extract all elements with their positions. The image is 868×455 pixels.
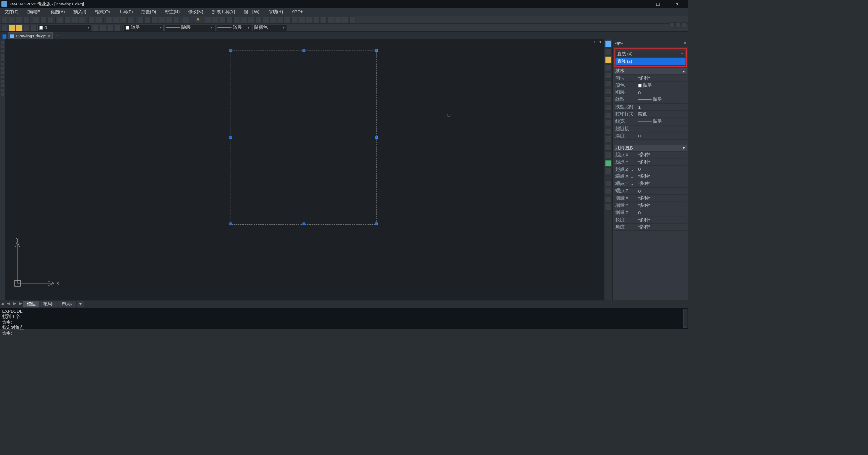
color-combo[interactable]: 随层 ▼ (124, 25, 164, 31)
sun-icon[interactable] (16, 25, 22, 31)
selection-type-option[interactable]: 直线 (4) (615, 58, 685, 65)
prop-start-x[interactable]: 起点 X ...*多种* (614, 151, 687, 158)
rt11-icon[interactable] (605, 120, 611, 126)
props-icon[interactable] (144, 16, 150, 23)
annot13-icon[interactable] (291, 16, 298, 23)
annot17-icon[interactable] (320, 16, 327, 23)
tab-layout2[interactable]: 布局2 (58, 301, 77, 307)
prop-start-z[interactable]: 起点 Z ...0 (614, 166, 687, 173)
lineweight-combo[interactable]: 随层 ▼ (216, 25, 252, 31)
prop-delta-x[interactable]: 增量 X*多种* (614, 195, 687, 202)
new-icon[interactable] (1, 16, 8, 23)
layer-icon[interactable] (137, 16, 144, 23)
add-layout-button[interactable]: + (77, 301, 84, 307)
linetype-combo[interactable]: 随层 ▼ (165, 25, 215, 31)
annot1-icon[interactable] (205, 16, 211, 23)
plotcolor-combo[interactable]: 随颜色 ▼ (253, 25, 287, 31)
annot19-icon[interactable] (335, 16, 341, 23)
copy-icon[interactable] (64, 16, 71, 23)
menu-insert[interactable]: 插入(I) (69, 9, 91, 15)
rt2-icon[interactable] (605, 48, 611, 55)
prop-angle[interactable]: 角度*多种* (614, 224, 687, 231)
menu-draw[interactable]: 绘图(D) (137, 9, 160, 15)
section-basic[interactable]: 基本 ▼ (614, 68, 687, 74)
print-icon[interactable] (33, 16, 39, 23)
tab-layout1[interactable]: 布局1 (39, 301, 58, 307)
menu-view[interactable]: 视图(V) (46, 9, 69, 15)
annot2-icon[interactable] (212, 16, 218, 23)
annot12-icon[interactable] (284, 16, 290, 23)
rect-tool-icon[interactable] (0, 58, 4, 62)
drawing-canvas[interactable]: — □ ✕ Y X (5, 39, 604, 301)
layer-combo[interactable]: 0 ▼ (37, 25, 92, 31)
document-tab[interactable]: Drawing1.dwg* × (8, 32, 52, 39)
rt5-icon[interactable] (605, 73, 611, 79)
undo-icon[interactable] (88, 16, 95, 23)
maximize-button[interactable]: □ (651, 1, 665, 7)
doc-arrow-icon[interactable] (2, 34, 7, 39)
menu-app[interactable]: APP+ (287, 9, 307, 14)
save-icon[interactable] (16, 16, 22, 23)
help-icon[interactable] (183, 16, 189, 23)
scrollbar[interactable] (683, 309, 688, 327)
close-button[interactable]: ✕ (671, 1, 684, 7)
lock-icon[interactable] (23, 25, 30, 31)
menu-ext[interactable]: 扩展工具(X) (208, 9, 240, 15)
prop-lineweight[interactable]: 线宽随层 (614, 118, 687, 126)
rt10-icon[interactable] (605, 112, 611, 119)
prop-linetype[interactable]: 线型随层 (614, 96, 687, 104)
design-icon[interactable] (159, 16, 165, 23)
text-tool-icon[interactable] (0, 84, 4, 88)
menu-edit[interactable]: 编辑(E) (23, 9, 46, 15)
grip-ml[interactable] (230, 136, 232, 139)
rt9-icon[interactable] (605, 104, 611, 110)
selection-type-combo[interactable]: 直线 (4) ▼ (615, 50, 685, 57)
annot8-icon[interactable] (255, 16, 262, 23)
circle-tool-icon[interactable] (0, 49, 4, 53)
selection-rectangle[interactable] (231, 50, 377, 224)
annot11-icon[interactable] (277, 16, 283, 23)
grip-bm[interactable] (303, 223, 305, 225)
annot21-icon[interactable] (349, 16, 356, 23)
close-viewport-icon[interactable]: ✕ (598, 40, 601, 44)
select-obj-icon[interactable] (675, 22, 680, 27)
rt18-icon[interactable] (605, 180, 611, 187)
prop-hyperlink[interactable]: 超链接 (614, 125, 687, 132)
annot7-icon[interactable] (248, 16, 254, 23)
redo-icon[interactable] (96, 16, 102, 23)
menu-format[interactable]: 格式(O) (91, 9, 114, 15)
rt1-icon[interactable] (605, 41, 611, 47)
tool-icon[interactable] (166, 16, 172, 23)
pline-tool-icon[interactable] (0, 45, 4, 48)
rt20-icon[interactable] (605, 196, 611, 203)
prop-length[interactable]: 长度*多种* (614, 216, 687, 224)
menu-dim[interactable]: 标注(N) (160, 9, 184, 15)
grip-br[interactable] (375, 223, 377, 225)
annot16-icon[interactable] (313, 16, 320, 23)
annot5-icon[interactable] (233, 16, 240, 23)
menu-modify[interactable]: 修改(M) (184, 9, 207, 15)
layermgr-icon[interactable] (1, 25, 8, 31)
print-layer-icon[interactable] (31, 25, 37, 31)
rt13-icon[interactable] (605, 136, 611, 142)
prop-end-x[interactable]: 端点 X ...*多种* (614, 173, 687, 180)
annot6-icon[interactable] (241, 16, 247, 23)
prop-start-y[interactable]: 起点 Y ...*多种* (614, 158, 687, 166)
prop-end-y[interactable]: 端点 Y ...*多种* (614, 180, 687, 188)
point-tool-icon[interactable] (0, 79, 4, 83)
menu-tools[interactable]: 工具(T) (114, 9, 137, 15)
block-icon[interactable] (173, 16, 180, 23)
pan-icon[interactable] (106, 16, 112, 23)
grip-tr[interactable] (375, 49, 377, 52)
toggle-pick-icon[interactable] (681, 22, 686, 27)
prop-end-z[interactable]: 端点 Z ...0 (614, 188, 687, 195)
preview-icon[interactable] (40, 16, 46, 23)
grip-tl[interactable] (230, 49, 232, 52)
tab-model[interactable]: 模型 (23, 301, 40, 307)
rt17-icon[interactable] (605, 168, 611, 174)
command-line[interactable]: EXPLODE 找到 1 个 命令: 指定对角点: 命令: (0, 308, 688, 329)
annot15-icon[interactable] (306, 16, 312, 23)
last-tab-icon[interactable]: ▶ (17, 301, 23, 307)
ellipse-tool-icon[interactable] (0, 67, 4, 70)
annot9-icon[interactable] (263, 16, 269, 23)
